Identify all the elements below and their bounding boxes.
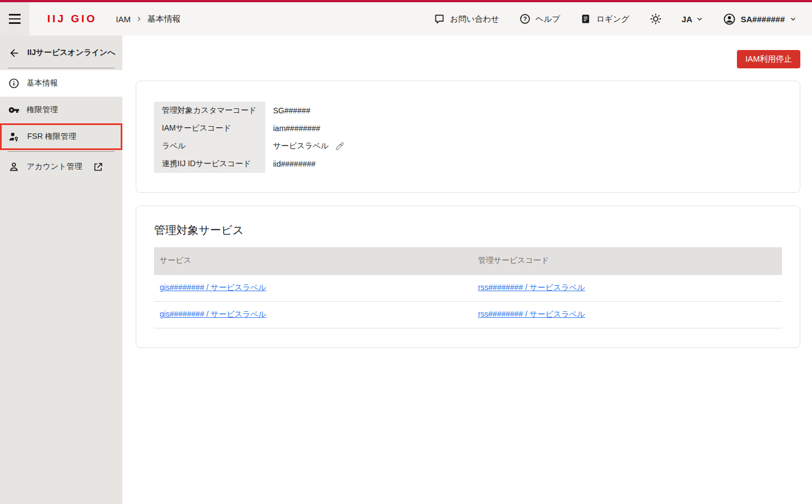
managed-services-table: サービス 管理サービスコード gis######## / サービスラベル rss… [154, 247, 782, 328]
sun-icon [650, 13, 662, 25]
breadcrumb-current: 基本情報 [147, 14, 181, 24]
basic-info-card: 管理対象カスタマーコード SG###### IAMサービスコード iam####… [136, 81, 800, 193]
help-label: ヘルプ [536, 14, 561, 24]
sidebar-item-label: 権限管理 [27, 105, 58, 115]
header-actions: お問い合わせ ? ヘルプ ロギング JA SA####### [434, 13, 796, 26]
help-button[interactable]: ? ヘルプ [519, 13, 561, 24]
sidebar-item-label: 基本情報 [27, 78, 58, 88]
section-title: 管理対象サービス [154, 223, 782, 238]
language-selector[interactable]: JA [682, 14, 703, 24]
column-header-service-code: 管理サービスコード [472, 247, 782, 275]
service-link[interactable]: gis######## / サービスラベル [160, 310, 266, 318]
arrow-left-icon [8, 47, 20, 59]
info-label: ラベル [154, 137, 265, 155]
sidebar-item-fsr-permissions[interactable]: FSR 権限管理 [0, 123, 122, 150]
contact-button[interactable]: お問い合わせ [434, 13, 499, 24]
sidebar-item-basic-info[interactable]: 基本情報 [0, 70, 122, 97]
app-header: IIJ GIO IAM 基本情報 お問い合わせ ? ヘルプ ロギング JA SA… [0, 2, 812, 36]
info-label: 連携IIJ IDサービスコード [154, 155, 265, 173]
info-value: iam######## [265, 119, 344, 137]
external-link-icon [93, 162, 103, 172]
logging-label: ロギング [596, 14, 629, 24]
sidebar-item-label: FSR 権限管理 [27, 132, 76, 142]
info-value: iid######## [265, 155, 344, 173]
info-label: 管理対象カスタマーコード [154, 102, 265, 119]
language-label: JA [682, 14, 692, 24]
info-row-customer-code: 管理対象カスタマーコード SG###### [154, 102, 344, 119]
info-value: SG###### [265, 102, 344, 119]
info-icon [8, 78, 19, 89]
account-label: SA####### [741, 14, 785, 24]
key-icon [8, 104, 19, 116]
log-document-icon [580, 13, 591, 24]
breadcrumb: IAM 基本情報 [116, 14, 181, 24]
edit-label-button[interactable] [335, 142, 344, 151]
main-content: IAM利用停止 管理対象カスタマーコード SG###### IAMサービスコード… [122, 36, 812, 504]
iam-stop-button[interactable]: IAM利用停止 [737, 50, 800, 68]
pencil-icon [335, 142, 344, 151]
sidebar-item-permissions[interactable]: 権限管理 [0, 97, 122, 123]
chat-bubble-icon [434, 13, 445, 24]
sidebar-divider [8, 151, 115, 152]
table-row: gis######## / サービスラベル rss######## / サービス… [154, 301, 782, 328]
svg-text:?: ? [523, 16, 527, 22]
logging-button[interactable]: ロギング [580, 13, 629, 24]
column-header-service: サービス [154, 247, 472, 275]
sidebar-back-label: IIJサービスオンラインへ [27, 48, 116, 58]
sidebar-item-label: アカウント管理 [27, 162, 82, 172]
theme-toggle-button[interactable] [650, 13, 662, 25]
contact-label: お問い合わせ [450, 14, 499, 24]
table-row: gis######## / サービスラベル rss######## / サービス… [154, 275, 782, 301]
table-header-row: サービス 管理サービスコード [154, 247, 782, 275]
person-key-icon [8, 131, 20, 143]
info-row-iam-service-code: IAMサービスコード iam######## [154, 119, 344, 137]
person-icon [8, 161, 19, 172]
service-code-link[interactable]: rss######## / サービスラベル [478, 283, 585, 292]
breadcrumb-item-iam[interactable]: IAM [116, 14, 131, 24]
sidebar-divider [8, 68, 115, 68]
chevron-down-icon [790, 16, 796, 22]
sidebar: IIJサービスオンラインへ 基本情報 権限管理 FSR 権限管理 アカウント管理 [0, 36, 122, 504]
basic-info-table: 管理対象カスタマーコード SG###### IAMサービスコード iam####… [154, 102, 344, 173]
menu-button[interactable] [0, 2, 29, 36]
chevron-right-icon [136, 16, 142, 22]
account-menu[interactable]: SA####### [723, 13, 796, 26]
account-circle-icon [723, 13, 736, 26]
sidebar-back-link[interactable]: IIJサービスオンラインへ [0, 39, 122, 67]
chevron-down-icon [696, 16, 703, 22]
service-code-link[interactable]: rss######## / サービスラベル [478, 310, 585, 318]
sidebar-item-account[interactable]: アカウント管理 [0, 153, 122, 180]
iij-gio-logo[interactable]: IIJ GIO [47, 13, 97, 25]
info-row-label: ラベル サービスラベル [154, 137, 344, 155]
info-label: IAMサービスコード [154, 119, 265, 137]
help-icon: ? [519, 13, 531, 24]
service-link[interactable]: gis######## / サービスラベル [160, 283, 266, 292]
info-value: サービスラベル [273, 141, 329, 151]
managed-services-card: 管理対象サービス サービス 管理サービスコード gis######## / サー… [136, 206, 800, 348]
info-row-iij-id-service-code: 連携IIJ IDサービスコード iid######## [154, 155, 344, 173]
